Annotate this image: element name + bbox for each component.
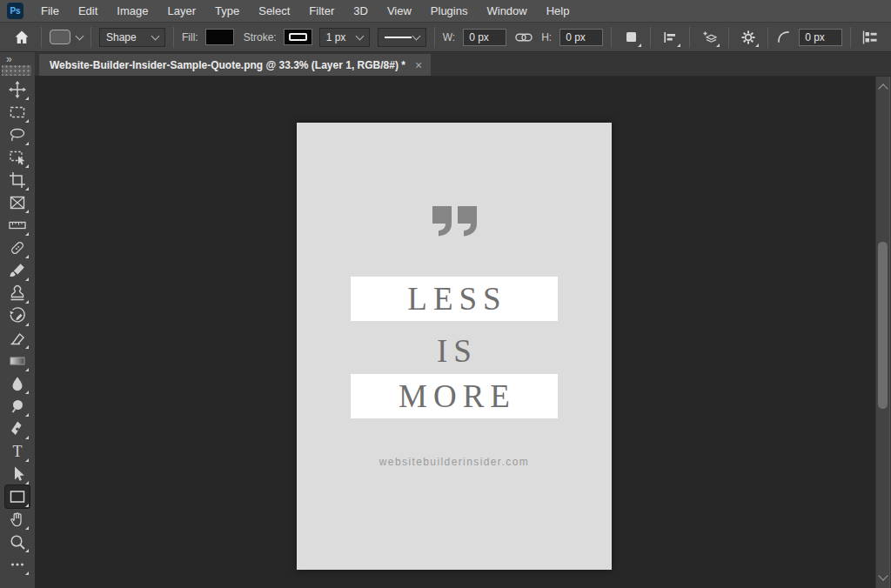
hand-tool[interactable] bbox=[5, 508, 30, 531]
menu-bar: Ps File Edit Image Layer Type Select Fil… bbox=[0, 0, 891, 23]
stroke-width-value: 1 px bbox=[326, 31, 346, 43]
hand-icon bbox=[8, 510, 27, 529]
menu-item-file[interactable]: File bbox=[31, 0, 69, 22]
eraser-tool[interactable] bbox=[5, 327, 30, 350]
scrollbar-thumb[interactable] bbox=[878, 242, 888, 409]
collapse-panel-icon[interactable]: » bbox=[6, 53, 12, 65]
magnifier-icon bbox=[8, 532, 27, 551]
menu-item-layer[interactable]: Layer bbox=[158, 0, 206, 22]
path-arrangement-button[interactable] bbox=[698, 27, 720, 48]
corner-radius-arc-icon bbox=[776, 30, 791, 44]
menu-item-edit[interactable]: Edit bbox=[69, 0, 107, 22]
quote-line1: LESS bbox=[401, 280, 506, 317]
align-edges-button[interactable] bbox=[859, 27, 881, 48]
type-tool[interactable]: T bbox=[5, 440, 30, 463]
ruler-tool[interactable] bbox=[5, 214, 30, 237]
document-tab[interactable]: Website-Builder-Insider-Sample-Quote.png… bbox=[39, 54, 431, 76]
edit-toolbar-button[interactable] bbox=[5, 553, 30, 576]
link-icon bbox=[515, 31, 533, 43]
panel-grip-handle[interactable] bbox=[2, 65, 31, 76]
canvas-area[interactable]: LESS IS MORE websitebuilderinsider.com bbox=[35, 77, 875, 588]
dodge-icon bbox=[8, 397, 27, 416]
stroke-width-select[interactable]: 1 px bbox=[319, 28, 370, 47]
document-tab-bar: Website-Builder-Insider-Sample-Quote.png… bbox=[35, 52, 891, 77]
gradient-tool[interactable] bbox=[5, 350, 30, 372]
menu-item-3d[interactable]: 3D bbox=[344, 0, 378, 22]
menu-items: File Edit Image Layer Type Select Filter… bbox=[31, 0, 579, 22]
divider bbox=[41, 27, 42, 48]
divider bbox=[173, 27, 174, 48]
options-bar: Shape Fill: Stroke: 1 px W: H: bbox=[0, 23, 891, 52]
height-input[interactable] bbox=[559, 29, 603, 46]
rectangle-tool[interactable] bbox=[5, 485, 30, 508]
ruler-icon bbox=[8, 216, 27, 235]
quote-line3-bar: MORE bbox=[351, 374, 558, 418]
gear-icon bbox=[740, 30, 756, 45]
tools-panel-header: » bbox=[0, 52, 35, 78]
chevron-down-icon bbox=[151, 31, 160, 40]
width-input[interactable] bbox=[463, 29, 506, 46]
tool-preset-picker[interactable] bbox=[50, 30, 83, 44]
corner-radius-input[interactable] bbox=[799, 29, 842, 46]
stroke-swatch[interactable] bbox=[285, 30, 312, 44]
home-icon bbox=[14, 30, 30, 45]
align-edges-icon bbox=[862, 30, 878, 45]
crop-tool[interactable] bbox=[5, 169, 30, 191]
tools-list: T bbox=[0, 78, 35, 576]
menu-item-image[interactable]: Image bbox=[107, 0, 157, 22]
dodge-tool[interactable] bbox=[5, 395, 30, 418]
zoom-tool[interactable] bbox=[5, 531, 30, 553]
document-canvas[interactable]: LESS IS MORE websitebuilderinsider.com bbox=[297, 123, 612, 570]
spot-healing-brush-tool[interactable] bbox=[5, 237, 30, 259]
ellipsis-icon bbox=[8, 555, 27, 574]
marquee-icon bbox=[8, 103, 27, 122]
menu-item-view[interactable]: View bbox=[378, 0, 421, 22]
water-drop-icon bbox=[8, 374, 27, 393]
divider bbox=[728, 27, 729, 48]
quote-line3: MORE bbox=[392, 378, 516, 415]
link-dimensions-button[interactable] bbox=[514, 27, 533, 48]
shape-settings-button[interactable] bbox=[737, 27, 760, 48]
width-label: W: bbox=[443, 31, 455, 43]
clone-stamp-tool[interactable] bbox=[5, 282, 30, 304]
object-selection-tool[interactable] bbox=[5, 146, 30, 169]
crop-icon bbox=[8, 170, 27, 190]
move-tool[interactable] bbox=[5, 78, 30, 101]
photoshop-logo[interactable]: Ps bbox=[7, 3, 23, 19]
blur-tool[interactable] bbox=[5, 372, 30, 395]
stroke-ring-icon bbox=[289, 33, 307, 41]
scroll-down-icon[interactable] bbox=[878, 571, 888, 580]
menu-item-select[interactable]: Select bbox=[249, 0, 299, 22]
path-selection-tool[interactable] bbox=[5, 463, 30, 485]
healing-brush-icon bbox=[8, 238, 27, 257]
move-icon bbox=[8, 80, 27, 99]
path-alignment-button[interactable] bbox=[659, 27, 681, 48]
scroll-up-icon[interactable] bbox=[878, 84, 888, 93]
rectangular-marquee-tool[interactable] bbox=[5, 101, 30, 124]
brush-tool[interactable] bbox=[5, 259, 30, 282]
menu-item-filter[interactable]: Filter bbox=[299, 0, 344, 22]
rectangle-icon bbox=[8, 487, 27, 506]
lasso-tool[interactable] bbox=[5, 124, 30, 146]
eraser-icon bbox=[8, 329, 27, 348]
home-button[interactable] bbox=[10, 27, 33, 48]
vertical-scrollbar[interactable] bbox=[875, 77, 889, 588]
menu-item-type[interactable]: Type bbox=[205, 0, 249, 22]
frame-tool[interactable] bbox=[5, 191, 30, 214]
menu-item-help[interactable]: Help bbox=[537, 0, 579, 22]
selection-arrow-icon bbox=[8, 464, 27, 484]
path-operations-button[interactable] bbox=[620, 27, 642, 48]
tool-mode-select[interactable]: Shape bbox=[99, 28, 165, 47]
menu-item-window[interactable]: Window bbox=[477, 0, 536, 22]
brush-icon bbox=[8, 261, 27, 280]
quote-line1-bar: LESS bbox=[351, 277, 558, 321]
pen-tool[interactable] bbox=[5, 418, 30, 440]
tools-panel: » bbox=[0, 52, 35, 588]
menu-item-plugins[interactable]: Plugins bbox=[421, 0, 478, 22]
close-icon[interactable]: × bbox=[415, 59, 422, 71]
divider bbox=[650, 27, 651, 48]
fill-swatch[interactable] bbox=[206, 30, 233, 44]
stroke-type-select[interactable] bbox=[378, 28, 426, 47]
history-brush-tool[interactable] bbox=[5, 304, 30, 327]
photoshop-logo-text: Ps bbox=[10, 6, 20, 16]
